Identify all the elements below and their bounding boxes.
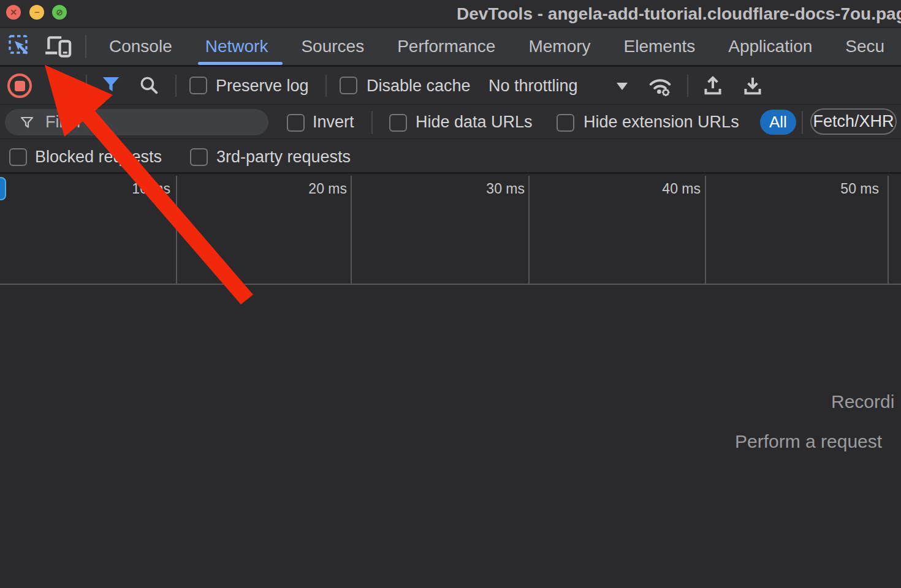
invert-label[interactable]: Invert (313, 105, 354, 139)
timeline-gridline (528, 176, 530, 284)
disable-cache-label[interactable]: Disable cache (367, 67, 471, 105)
empty-state-hint-text: Perform a request (735, 431, 882, 452)
empty-state-recording-text: Recordi (831, 391, 894, 412)
network-panel-content: 10 ms 20 ms 30 ms 40 ms 50 ms Recordi Pe… (0, 176, 901, 588)
toolbar-separator (687, 75, 688, 97)
timeline-gridline (351, 176, 352, 284)
timeline-gridline (176, 176, 177, 284)
chevron-down-icon (617, 83, 628, 90)
tab-console[interactable]: Console (103, 28, 178, 65)
throttling-select[interactable]: No throttling (489, 67, 578, 105)
circle-slash-icon (50, 74, 72, 96)
timeline-gridline (705, 176, 706, 284)
toolbar-separator (86, 75, 87, 97)
timeline-baseline (0, 284, 901, 285)
blocked-requests-checkbox[interactable] (9, 148, 27, 166)
timeline-gridline (888, 176, 889, 284)
request-type-fetch-xhr-button[interactable]: Fetch/XHR (810, 108, 897, 135)
request-type-all-button[interactable]: All (760, 110, 796, 135)
wifi-gear-icon (647, 75, 673, 97)
network-filter-bar: Invert Hide data URLs Hide extension URL… (0, 105, 901, 139)
network-toolbar: Preserve log Disable cache No throttling (0, 67, 901, 105)
panel-tabs: Console Network Sources Performance Memo… (103, 28, 891, 65)
filterbar-separator (371, 111, 373, 134)
export-har-button[interactable] (740, 74, 765, 97)
tab-memory[interactable]: Memory (522, 28, 596, 65)
window-titlebar: ✕ − ⊘ DevTools - angela-add-tutorial.clo… (0, 0, 901, 28)
toggle-device-toolbar-button[interactable] (44, 34, 72, 59)
hide-extension-urls-checkbox[interactable] (557, 114, 574, 132)
filterbar-separator (802, 111, 803, 134)
devtools-window: ✕ − ⊘ DevTools - angela-add-tutorial.clo… (0, 0, 901, 588)
search-button[interactable] (139, 75, 159, 96)
search-icon (139, 75, 159, 96)
tab-sources[interactable]: Sources (295, 28, 370, 65)
toolbar-separator (175, 75, 177, 97)
clear-network-log-button[interactable] (50, 74, 72, 96)
filter-input[interactable] (44, 112, 268, 132)
timeline-tick-label: 40 ms (662, 181, 701, 197)
import-har-button[interactable] (701, 74, 725, 97)
zoom-window-button[interactable]: ⊘ (52, 5, 67, 20)
funnel-icon (101, 75, 121, 94)
tabbar-separator (85, 35, 86, 58)
devtools-tabbar: Console Network Sources Performance Memo… (0, 28, 901, 67)
invert-checkbox[interactable] (287, 114, 305, 132)
timeline-tick-label: 10 ms (132, 181, 170, 197)
third-party-requests-label[interactable]: 3rd-party requests (216, 140, 351, 174)
tab-network[interactable]: Network (199, 28, 275, 65)
inspect-cursor-icon (7, 34, 33, 59)
timeline-selection-handle (0, 177, 6, 200)
minimize-window-button[interactable]: − (29, 5, 44, 20)
close-window-button[interactable]: ✕ (6, 5, 21, 20)
timeline-tick-label: 30 ms (486, 181, 525, 197)
network-conditions-button[interactable] (647, 75, 673, 97)
preserve-log-label[interactable]: Preserve log (216, 67, 309, 105)
tab-application[interactable]: Application (722, 28, 818, 65)
upload-icon (701, 74, 725, 97)
funnel-outline-icon (20, 115, 34, 130)
third-party-requests-checkbox[interactable] (190, 148, 208, 166)
inspect-element-button[interactable] (7, 34, 33, 59)
preserve-log-checkbox[interactable] (189, 77, 207, 94)
toolbar-separator (325, 75, 327, 97)
download-icon (740, 74, 765, 97)
hide-data-urls-checkbox[interactable] (389, 114, 407, 132)
tab-security[interactable]: Secu (839, 28, 891, 65)
record-network-log-button[interactable] (7, 74, 32, 98)
filter-toggle-button[interactable] (101, 75, 121, 94)
hide-data-urls-label[interactable]: Hide data URLs (416, 105, 533, 139)
timeline-tick-label: 50 ms (840, 181, 879, 197)
disable-cache-checkbox[interactable] (340, 77, 357, 94)
blocked-requests-label[interactable]: Blocked requests (35, 140, 162, 174)
tab-elements[interactable]: Elements (618, 28, 702, 65)
filter-input-container (5, 109, 268, 135)
request-filters-row: Blocked requests 3rd-party requests (0, 140, 901, 174)
device-toolbar-icon (44, 34, 72, 59)
record-stop-icon (15, 81, 25, 91)
window-title: DevTools - angela-add-tutorial.cloudflar… (457, 0, 901, 28)
tab-performance[interactable]: Performance (391, 28, 501, 65)
timeline-tick-label: 20 ms (308, 181, 347, 197)
hide-extension-urls-label[interactable]: Hide extension URLs (584, 105, 739, 139)
